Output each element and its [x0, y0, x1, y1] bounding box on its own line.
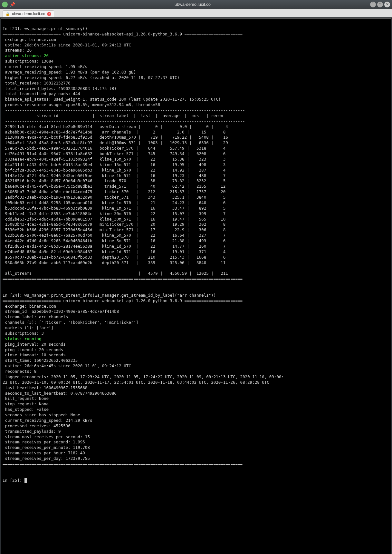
- line2-srpd: stream_receives_per_day: 172379.755: [3, 456, 90, 461]
- banner2: ======================== unicorn-binance…: [3, 298, 243, 303]
- line2-srps: stream_receives_per_second: 1.995: [3, 440, 85, 444]
- line2-seconds-to-lh: seconds_to_last_heartbeat: 0.07877492904…: [3, 391, 117, 396]
- table-header: stream_id | stream_label | last | averag…: [3, 113, 223, 118]
- line2-exchange: exchange: binance.com: [3, 304, 56, 309]
- line-ressource: process_ressource_usage: cpu=58.6%, memo…: [3, 102, 160, 107]
- line2-uptime: uptime: 26d:6h:4m:45s since 2020-11-01, …: [3, 363, 131, 368]
- app-icon: [2, 2, 8, 7]
- maximize-button[interactable]: ˄: [377, 2, 383, 7]
- line2-close-timeout: close_timeout: 10 seconds: [3, 352, 66, 357]
- command-23: ws_manager.print_summary(): [24, 26, 88, 31]
- line2-channels: channels (3): ['!ticker', '!bookTicker',…: [3, 320, 138, 325]
- line2-crs: current_receiving_speed: 214.29 kB/s: [3, 418, 92, 423]
- line2-stream-id: stream_id: a2bebb00-c393-490e-a785-4dc7e…: [3, 309, 119, 314]
- line2-logged-reconnects2: 22 UTC, 2020-11-10, 09:00:24 UTC, 2020-1…: [3, 380, 269, 385]
- line2-transmitted-payloads: transmitted_payloads: 9: [3, 429, 61, 434]
- line2-subscriptions: subscriptions: 3: [3, 331, 44, 336]
- footer-sep: ========================================…: [3, 276, 243, 281]
- line-subscriptions: subscriptions: 13684: [3, 59, 53, 64]
- lock-icon: 🔒: [5, 12, 10, 16]
- line2-reconnects: reconnects: 8: [3, 369, 36, 374]
- window-titlebar: 📌 ubwa-demo.lucit.co ˅ ˄ ✕: [0, 0, 392, 9]
- tab-label: ubwa-demo.lucit.co: [12, 12, 45, 16]
- line2-markets: markets (1): ['arr']: [3, 325, 53, 330]
- line2-seconds-since: seconds_since_has_stopped: None: [3, 412, 80, 417]
- footer-sep2: ========================================…: [3, 461, 243, 466]
- line-exchange: exchange: binance.com: [3, 37, 56, 42]
- line-hrs: highest_receiving_speed: 6.27 mB/s (reac…: [3, 75, 179, 80]
- cursor[interactable]: [24, 478, 27, 483]
- line2-start-time: start_time: 1604222652.4062235: [3, 358, 78, 363]
- separator: ----------------------------------------…: [3, 119, 245, 124]
- line2-ping-interval: ping_interval: 20 seconds: [3, 342, 66, 347]
- banner: ======================== unicorn-binance…: [3, 32, 243, 36]
- line-total-received-bytes: total_received_bytes: 4590230326803 (4.1…: [3, 86, 117, 91]
- line2-kill-request: kill_request: None: [3, 396, 49, 401]
- line-total-receives: total_receives: 10322152776: [3, 81, 71, 85]
- window-title: ubwa-demo.lucit.co: [15, 2, 370, 7]
- line2-processed-receives: processed_receives: 4525596: [3, 423, 71, 428]
- terminal-output[interactable]: In [23]: ws_manager.print_summary() ====…: [1, 18, 391, 554]
- line2-status: status: running: [3, 336, 41, 341]
- pin-icon[interactable]: 📌: [10, 2, 15, 7]
- line2-logged-reconnects: logged_reconnects: 2020-11-05, 17:23:24 …: [3, 374, 284, 379]
- line-ars: average_receiving_speed: 1.93 mB/s (per …: [3, 70, 136, 74]
- line-active-streams: active_streams: 26: [3, 53, 49, 58]
- footer-row: all_streams | 4579 | 4550.59 | 12025 | 2…: [3, 271, 228, 276]
- table-rows: 2299f1c5-cbfc-4ca1-81ed-be2b8d89e114 | u…: [3, 124, 389, 266]
- separator: ----------------------------------------…: [3, 265, 245, 270]
- line2-last-heartbeat: last_heartbeat: 1606490967.1535668: [3, 385, 87, 390]
- minimize-button[interactable]: ˅: [370, 2, 376, 7]
- prompt-25: In [25]:: [3, 478, 24, 483]
- line-streams: streams: 26: [3, 48, 32, 53]
- tab-bar: 🔒 ubwa-demo.lucit.co ×: [0, 9, 392, 17]
- line-uptime: uptime: 26d:6h:5m:11s since 2020-11-01, …: [3, 43, 131, 47]
- prompt-24: In [24]:: [3, 293, 24, 298]
- line-crs: current_receiving_speed: 1.95 mB/s: [3, 64, 87, 69]
- line2-smrps: stream_most_receives_per_second: 15: [3, 434, 90, 439]
- tab-close-icon[interactable]: ×: [47, 12, 51, 16]
- line-ttp: total_transmitted_payloads: 444: [3, 91, 80, 96]
- line2-has-stopped: has_stopped: False: [3, 407, 49, 412]
- line2-stop-request: stop_request: None: [3, 401, 49, 406]
- prompt-23: In [23]:: [3, 26, 24, 31]
- line-api-status: binance_api_status: used_weight=1, statu…: [3, 97, 221, 102]
- line2-srpm: stream_receives_per_minute: 119.708: [3, 445, 90, 450]
- line2-stream-label: stream_label: arr channels: [3, 314, 68, 319]
- close-button[interactable]: ✕: [384, 2, 390, 7]
- browser-tab[interactable]: 🔒 ubwa-demo.lucit.co ×: [3, 10, 54, 17]
- separator: ----------------------------------------…: [3, 108, 245, 113]
- command-24: ws_manager.print_stream_info(ws_manager.…: [24, 293, 216, 298]
- line2-srph: stream_receives_per_hour: 7182.49: [3, 450, 85, 455]
- line2-ping-timeout: ping_timeout: 20 seconds: [3, 347, 63, 352]
